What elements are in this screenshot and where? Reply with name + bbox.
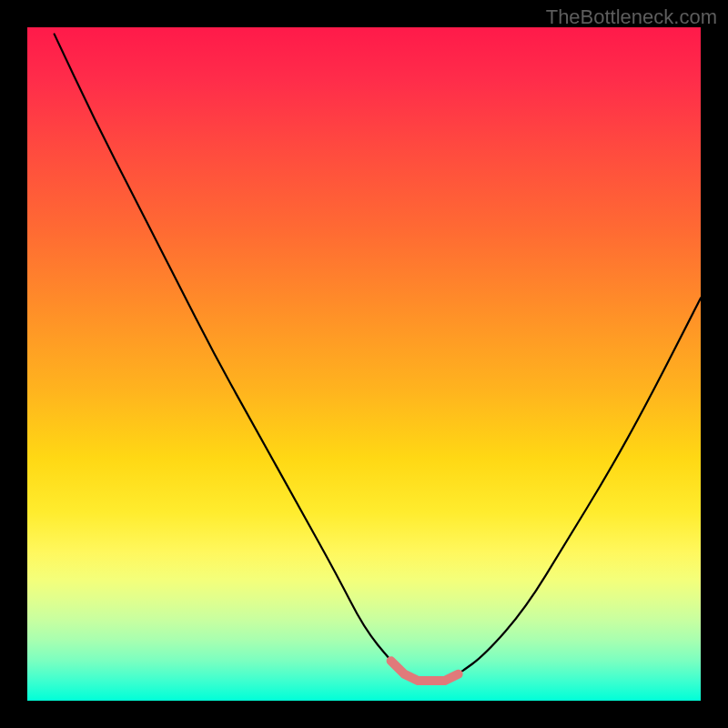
watermark-text: TheBottleneck.com xyxy=(546,5,717,29)
curve-path xyxy=(55,34,701,681)
chart-frame: TheBottleneck.com xyxy=(0,0,728,728)
optimal-zone-marker xyxy=(391,661,459,681)
bottleneck-curve xyxy=(27,27,701,701)
bottleneck-plot xyxy=(27,27,701,701)
